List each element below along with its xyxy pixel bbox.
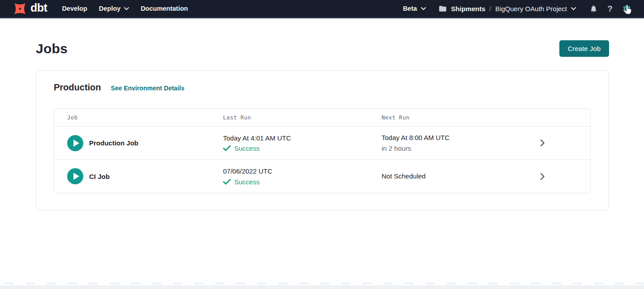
beta-selector[interactable]: Beta xyxy=(403,5,426,12)
play-icon[interactable] xyxy=(67,168,83,184)
status-line: Success xyxy=(223,144,382,152)
status-line: Success xyxy=(223,178,382,186)
see-environment-details-link[interactable]: See Environment Details xyxy=(111,85,185,92)
column-header-job: Job xyxy=(67,115,223,121)
nav-item-documentation[interactable]: Documentation xyxy=(141,5,188,12)
create-job-button[interactable]: Create Job xyxy=(559,40,609,57)
chevron-down-icon xyxy=(124,7,129,10)
breadcrumb-account[interactable]: Shipments xyxy=(438,4,485,13)
bell-icon[interactable] xyxy=(588,4,598,13)
job-name: Production Job xyxy=(89,139,138,147)
jobs-table-header: Job Last Run Next Run xyxy=(54,109,590,127)
last-run-time: 07/06/2022 UTC xyxy=(223,167,382,176)
folder-icon xyxy=(438,4,447,13)
dbt-logo-text: dbt xyxy=(30,2,47,15)
breadcrumb-separator: / xyxy=(489,5,491,13)
nav-item-deploy[interactable]: Deploy xyxy=(99,5,129,12)
gear-icon[interactable] xyxy=(622,4,631,13)
status-badge: Success xyxy=(234,178,260,186)
column-header-last-run: Last Run xyxy=(223,115,382,121)
bottom-strip xyxy=(0,285,644,289)
dbt-logo[interactable]: dbt xyxy=(13,1,47,16)
table-row-ci-job[interactable]: CI Job 07/06/2022 UTC Success Not Schedu… xyxy=(54,160,590,193)
top-navigation: dbt Develop Deploy Documentation Beta xyxy=(0,0,644,18)
page-header: Jobs Create Job xyxy=(0,40,644,57)
nav-action-icons: ? xyxy=(588,4,631,13)
last-run-time: Today At 4:01 AM UTC xyxy=(223,134,382,143)
environment-header: Production See Environment Details xyxy=(54,82,591,93)
job-name: CI Job xyxy=(89,173,110,180)
table-row-production-job[interactable]: Production Job Today At 4:01 AM UTC Succ… xyxy=(54,127,590,160)
chevron-right-icon[interactable] xyxy=(540,139,545,147)
check-icon xyxy=(223,179,231,185)
column-header-next-run: Next Run xyxy=(382,115,540,121)
nav-item-develop[interactable]: Develop xyxy=(62,5,87,12)
chevron-down-icon xyxy=(571,7,576,10)
next-run-relative: in 2 hours xyxy=(382,144,540,153)
environment-card: Production See Environment Details Job L… xyxy=(36,70,609,210)
dbt-logo-icon xyxy=(13,1,27,16)
chevron-right-icon[interactable] xyxy=(540,173,545,180)
bottom-dashed-divider xyxy=(4,283,644,284)
jobs-table: Job Last Run Next Run Production Job Tod… xyxy=(54,108,591,193)
nav-menu: Develop Deploy Documentation xyxy=(62,5,188,12)
next-run-time: Not Scheduled xyxy=(382,172,540,181)
environment-name: Production xyxy=(54,82,101,93)
status-badge: Success xyxy=(234,144,260,152)
breadcrumb-project-selector[interactable]: BigQuery OAuth Project xyxy=(495,5,576,13)
play-icon[interactable] xyxy=(67,135,83,151)
chevron-down-icon xyxy=(421,7,426,10)
check-icon xyxy=(223,145,231,151)
help-icon[interactable]: ? xyxy=(605,4,615,13)
page-title: Jobs xyxy=(36,41,68,56)
next-run-time: Today At 8:00 AM UTC xyxy=(382,133,540,142)
nav-right-cluster: Beta Shipments / BigQuery OAuth Project xyxy=(403,4,631,13)
breadcrumb: Shipments / BigQuery OAuth Project xyxy=(438,4,576,13)
